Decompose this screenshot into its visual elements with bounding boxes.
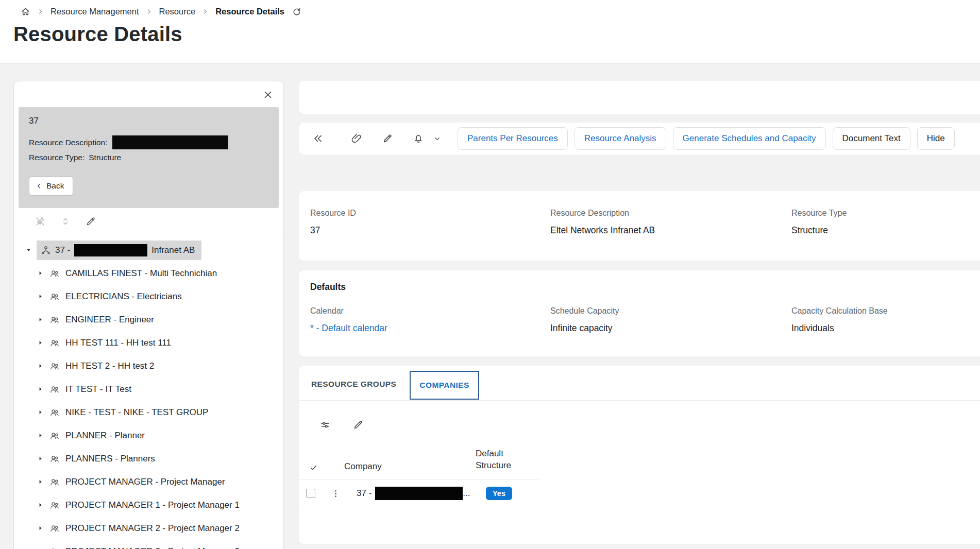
tree-caret-collapsed-icon[interactable] <box>37 455 44 462</box>
breadcrumb-resource-management[interactable]: Resource Management <box>50 7 139 16</box>
tree-item[interactable]: PROJECT MANAGER 3 - Project Manager 3 <box>14 540 283 549</box>
row-checkbox[interactable] <box>306 489 315 498</box>
field-resource-description: Resource Description Eltel Networks Infr… <box>550 209 791 236</box>
tree-item[interactable]: PROJECT MANAGER - Project Manager <box>14 470 283 493</box>
row-menu-icon[interactable] <box>331 488 341 499</box>
expand-rows-icon[interactable] <box>60 216 71 227</box>
parents-per-resources-button[interactable]: Parents Per Resources <box>458 127 568 150</box>
resource-group-icon <box>49 268 60 279</box>
tree-caret-collapsed-icon[interactable] <box>37 525 44 531</box>
tree-item-label: PROJECT MANAGER 3 - Project Manager 3 <box>65 546 240 549</box>
tree-item[interactable]: ELECTRICIANS - Electricians <box>14 285 283 308</box>
tree-item[interactable]: PLANNER - Planner <box>14 424 283 447</box>
redacted-company-name <box>375 487 463 500</box>
command-bar: Parents Per Resources Resource Analysis … <box>299 123 980 155</box>
defaults-card: Defaults Calendar * - Default calendar S… <box>299 270 980 356</box>
page-title: Resource Details <box>13 23 980 46</box>
home-icon[interactable] <box>21 7 30 16</box>
select-all-icon[interactable] <box>299 463 344 472</box>
tree-root-suffix: Infranet AB <box>151 245 195 255</box>
tree-item-label: PLANNERS - Planners <box>65 454 155 464</box>
close-icon[interactable] <box>261 88 275 101</box>
tree-item[interactable]: IT TEST - IT Test <box>14 378 283 401</box>
redacted-description <box>112 135 228 149</box>
tree-root-item[interactable]: 37 - Infranet AB <box>14 238 283 262</box>
edit-icon[interactable] <box>85 216 96 227</box>
notifications-icon[interactable] <box>412 132 425 145</box>
tree-item-label: PROJECT MANAGER - Project Manager <box>65 477 225 487</box>
resource-group-icon <box>49 384 60 394</box>
field-value: Structure <box>791 225 980 236</box>
related-records-card: RESOURCE GROUPS COMPANIES Company Defaul <box>299 366 980 544</box>
refresh-icon[interactable] <box>291 7 301 16</box>
tree-root-selected-label: 37 - Infranet AB <box>37 241 201 260</box>
back-chevron-icon <box>36 182 43 190</box>
tree-item-label: ELECTRICIANS - Electricians <box>65 291 182 302</box>
tree-caret-collapsed-icon[interactable] <box>37 363 44 369</box>
tree-item-label: ENGINEER - Engineer <box>65 315 154 325</box>
field-value: Infinite capacity <box>550 323 791 334</box>
resource-group-icon <box>49 500 60 510</box>
tree-item[interactable]: NIKE - TEST - NIKE - TEST GROUP <box>14 401 283 424</box>
breadcrumb: Resource Management Resource Resource De… <box>0 0 980 16</box>
tree-item-label: IT TEST - IT Test <box>65 384 131 394</box>
tree-item[interactable]: PROJECT MANAGER 2 - Project Manager 2 <box>14 517 283 540</box>
tree-caret-collapsed-icon[interactable] <box>37 316 44 323</box>
tree-caret-collapsed-icon[interactable] <box>37 339 44 346</box>
generate-schedules-button[interactable]: Generate Schedules and Capacity <box>673 127 826 150</box>
content-header-strip <box>299 81 980 114</box>
tree-item-label: PROJECT MANAGER 1 - Project Manager 1 <box>65 500 240 510</box>
tree-caret-collapsed-icon[interactable] <box>37 270 44 277</box>
tab-companies[interactable]: COMPANIES <box>410 371 479 400</box>
resource-analysis-button[interactable]: Resource Analysis <box>575 127 666 150</box>
document-text-button[interactable]: Document Text <box>833 127 910 150</box>
attachment-icon[interactable] <box>350 132 363 145</box>
tree-item[interactable]: CAMILLAS FINEST - Multi Technichian <box>14 262 283 285</box>
tree-root-prefix: 37 - <box>55 245 70 255</box>
resource-details-content: Parents Per Resources Resource Analysis … <box>299 64 980 549</box>
collapse-panel-icon[interactable] <box>312 132 324 145</box>
company-cell: 37 - ... <box>349 487 482 500</box>
tree-item[interactable]: HH TEST 111 - HH test 111 <box>14 331 283 354</box>
default-structure-cell: Yes <box>482 487 539 500</box>
tree-caret-collapsed-icon[interactable] <box>37 432 44 439</box>
edit-icon[interactable] <box>381 132 394 145</box>
tree-caret-expanded-icon[interactable] <box>25 247 32 253</box>
field-value: 37 <box>310 225 550 236</box>
filter-icon[interactable] <box>319 419 331 431</box>
resource-group-icon <box>49 523 60 534</box>
tree-item-label: HH TEST 2 - HH test 2 <box>65 361 154 371</box>
tree-caret-collapsed-icon[interactable] <box>37 293 44 300</box>
dropdown-chevron-icon[interactable] <box>433 132 441 145</box>
back-button[interactable]: Back <box>29 176 73 196</box>
resource-fields-card: Resource ID 37 Resource Description Elte… <box>299 191 980 261</box>
tree-item[interactable]: PROJECT MANAGER 1 - Project Manager 1 <box>14 493 283 517</box>
field-label: Calendar <box>310 306 550 316</box>
breadcrumb-separator-icon <box>37 8 44 15</box>
tree-caret-collapsed-icon[interactable] <box>37 478 44 485</box>
breadcrumb-separator-icon <box>146 8 153 15</box>
tree-caret-collapsed-icon[interactable] <box>37 409 44 416</box>
field-label: Schedule Capacity <box>550 306 791 316</box>
company-prefix: 37 - <box>357 488 371 499</box>
table-row[interactable]: 37 - ... Yes <box>299 479 539 508</box>
breadcrumb-separator-icon <box>202 8 209 15</box>
summary-type-label: Resource Type: <box>29 153 85 162</box>
hide-button[interactable]: Hide <box>917 127 955 150</box>
tree-item[interactable]: PLANNERS - Planners <box>14 447 283 470</box>
calendar-link[interactable]: * - Default calendar <box>310 323 550 334</box>
breadcrumb-resource[interactable]: Resource <box>159 7 196 16</box>
companies-table: Company Default Structure 37 - ... Yes <box>299 448 539 508</box>
edit-icon[interactable] <box>352 419 364 431</box>
back-button-label: Back <box>46 181 64 191</box>
tree-caret-collapsed-icon[interactable] <box>37 502 44 508</box>
tab-resource-groups[interactable]: RESOURCE GROUPS <box>310 371 397 398</box>
navigator-header-row <box>14 81 283 107</box>
resource-group-icon <box>49 315 60 325</box>
unpin-icon[interactable] <box>35 216 46 227</box>
resource-group-icon <box>49 477 60 487</box>
top-header: Resource Management Resource Resource De… <box>0 0 980 64</box>
tree-item[interactable]: HH TEST 2 - HH test 2 <box>14 354 283 378</box>
tree-item[interactable]: ENGINEER - Engineer <box>14 308 283 331</box>
tree-caret-collapsed-icon[interactable] <box>37 386 44 392</box>
